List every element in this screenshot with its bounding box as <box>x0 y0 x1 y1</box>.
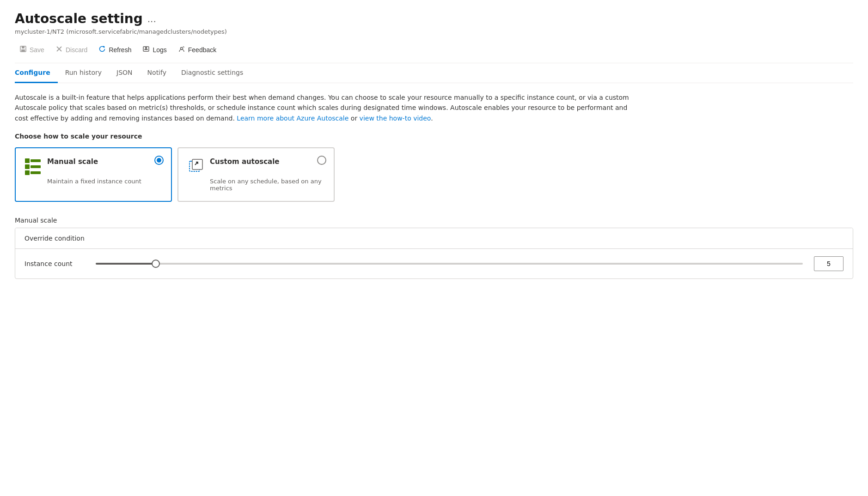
svg-rect-9 <box>192 159 202 169</box>
discard-button[interactable]: Discard <box>51 42 92 57</box>
learn-more-link[interactable]: Learn more about Azure Autoscale <box>237 115 348 122</box>
how-to-video-link[interactable]: view the how-to video <box>360 115 431 122</box>
scale-options: Manual scale Maintain a fixed instance c… <box>15 147 853 202</box>
svg-rect-1 <box>22 46 24 48</box>
manual-scale-description: Maintain a fixed instance count <box>25 178 162 185</box>
refresh-icon <box>98 45 106 54</box>
tab-run-history[interactable]: Run history <box>58 63 109 83</box>
scale-section: Choose how to scale your resource <box>15 133 853 202</box>
override-box: Override condition Instance count <box>15 228 853 279</box>
page-container: Autoscale setting ... mycluster-1/NT2 (m… <box>0 0 868 290</box>
radio-selected-icon <box>154 156 164 165</box>
toolbar: Save Discard Refresh <box>15 42 853 63</box>
manual-scale-section-label: Manual scale <box>15 217 853 224</box>
discard-label: Discard <box>66 46 87 54</box>
manual-scale-header: Manual scale <box>25 157 162 174</box>
tabs-container: Configure Run history JSON Notify Diagno… <box>15 63 853 83</box>
manual-scale-title: Manual scale <box>47 157 162 166</box>
instance-count-input[interactable] <box>814 256 844 271</box>
manual-scale-icon <box>25 157 42 174</box>
manual-scale-radio[interactable] <box>154 156 164 165</box>
page-subtitle: mycluster-1/NT2 (microsoft.servicefabric… <box>15 28 853 35</box>
refresh-label: Refresh <box>109 46 131 54</box>
logs-button[interactable]: Logs <box>138 42 171 57</box>
feedback-button[interactable]: Feedback <box>173 42 221 57</box>
feedback-icon <box>178 45 185 54</box>
save-icon <box>19 45 27 54</box>
refresh-button[interactable]: Refresh <box>94 42 136 57</box>
tab-diagnostic-settings[interactable]: Diagnostic settings <box>174 63 251 83</box>
tab-configure[interactable]: Configure <box>15 63 58 83</box>
page-title: Autoscale setting <box>15 11 143 26</box>
discard-icon <box>55 45 63 54</box>
slider-container <box>96 263 803 265</box>
page-header: Autoscale setting ... mycluster-1/NT2 (m… <box>15 11 853 35</box>
radio-unselected-icon <box>317 156 326 165</box>
svg-point-6 <box>145 47 147 48</box>
custom-autoscale-card[interactable]: Custom autoscale Scale on any schedule, … <box>177 147 335 202</box>
tab-json[interactable]: JSON <box>109 63 140 83</box>
custom-autoscale-title: Custom autoscale <box>210 157 324 166</box>
instance-count-row: Instance count <box>15 249 853 278</box>
custom-autoscale-header: Custom autoscale <box>188 157 324 174</box>
description-text: Autoscale is a built-in feature that hel… <box>15 92 639 123</box>
instance-count-slider[interactable] <box>96 263 803 265</box>
manual-icon-graphic <box>25 157 42 175</box>
save-label: Save <box>30 46 44 54</box>
override-condition-header: Override condition <box>15 228 853 249</box>
manual-scale-card[interactable]: Manual scale Maintain a fixed instance c… <box>15 147 172 202</box>
custom-autoscale-icon <box>188 157 204 174</box>
logs-label: Logs <box>153 46 166 54</box>
instance-count-label: Instance count <box>24 260 85 267</box>
main-content: Autoscale is a built-in feature that hel… <box>15 92 853 279</box>
custom-autoscale-description: Scale on any schedule, based on any metr… <box>188 178 324 192</box>
svg-rect-2 <box>21 49 25 52</box>
feedback-label: Feedback <box>188 46 216 54</box>
save-button[interactable]: Save <box>15 42 49 57</box>
custom-autoscale-radio[interactable] <box>317 156 326 165</box>
scale-section-title: Choose how to scale your resource <box>15 133 853 140</box>
tab-notify[interactable]: Notify <box>140 63 174 83</box>
more-options-button[interactable]: ... <box>147 13 156 24</box>
logs-icon <box>142 45 150 54</box>
manual-scale-section: Manual scale Override condition Instance… <box>15 217 853 279</box>
